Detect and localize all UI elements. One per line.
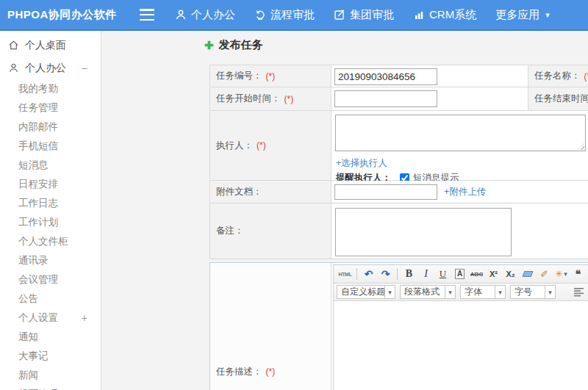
description-editor-cell: HTML ↶ ↷ B I U A ABC X² X₂ ✐	[331, 263, 588, 390]
nav-more-apps[interactable]: 更多应用 ▾	[495, 8, 550, 22]
align-left-icon[interactable]	[571, 285, 587, 300]
sidebar-item-mobile-sms[interactable]: 手机短信	[0, 137, 101, 156]
italic-button[interactable]: I	[418, 267, 434, 281]
sidebar-item-news[interactable]: 新闻	[0, 366, 101, 385]
required-mark: (*)	[266, 71, 276, 82]
start-time-cell	[331, 87, 528, 111]
caret-down-icon: ▾	[564, 270, 567, 278]
sidebar-item-contacts[interactable]: 通讯录	[0, 251, 101, 270]
remark-label: 备注：	[210, 203, 331, 259]
hamburger-icon[interactable]	[140, 9, 154, 21]
executor-textarea[interactable]	[335, 115, 586, 151]
blockquote-button[interactable]: ❝	[570, 267, 586, 281]
nav-personal-office[interactable]: 个人办公	[175, 8, 235, 22]
strikethrough-button[interactable]: ABC	[469, 267, 484, 281]
bar-chart-icon	[413, 9, 425, 21]
sidebar-item-my-attendance[interactable]: 我的考勤	[0, 79, 101, 98]
underline-button[interactable]: U	[435, 267, 451, 281]
format-brush-icon[interactable]: ✐	[537, 267, 552, 281]
sidebar-item-notice[interactable]: 通知	[0, 328, 101, 347]
sidebar-item-personal-office[interactable]: 个人办公 −	[0, 57, 101, 79]
sidebar-item-announcement[interactable]: 公告	[0, 289, 101, 308]
superscript-button[interactable]: X²	[486, 267, 501, 281]
caret-down-icon: ▾	[545, 10, 550, 20]
nav-label: 集团审批	[350, 8, 394, 22]
caret-down-icon: ▾	[545, 286, 555, 298]
editor-toolbar-row1: HTML ↶ ↷ B I U A ABC X² X₂ ✐	[334, 265, 588, 284]
user-icon	[8, 62, 19, 73]
sidebar-item-personal-settings[interactable]: 个人设置 +	[0, 308, 101, 328]
task-form: 任务编号：(*) 任务名称：(*) 任务开始时间：(*) 任务结束时间：(*) …	[209, 65, 588, 259]
nav-label: 个人办公	[191, 8, 235, 22]
task-number-input[interactable]	[334, 68, 437, 85]
collapse-icon[interactable]: −	[82, 62, 87, 74]
remark-textarea[interactable]	[335, 208, 512, 256]
separator	[356, 268, 357, 280]
choose-executor-link[interactable]: +选择执行人	[336, 157, 387, 170]
sidebar-item-meeting-management[interactable]: 会议管理	[0, 270, 101, 289]
paragraph-format-select[interactable]: 段落格式 ▾	[400, 285, 456, 299]
app-logo[interactable]: PHPOA协同办公软件	[0, 8, 110, 22]
eraser-icon[interactable]	[520, 267, 535, 281]
sidebar-item-personal-desktop[interactable]: 个人桌面	[0, 34, 101, 57]
sidebar-item-short-message[interactable]: 短消息	[0, 156, 101, 175]
sidebar-item-work-log[interactable]: 工作日志	[0, 194, 101, 213]
executor-cell: +选择执行人 提醒执行人： 短消息提示	[331, 111, 588, 181]
executor-label: 执行人：(*)	[210, 111, 331, 181]
sidebar-item-memorabilia[interactable]: 大事记	[0, 347, 101, 366]
auto-format-icon[interactable]: ✳ ▾	[553, 267, 569, 281]
custom-title-select[interactable]: 自定义标题 ▾	[337, 285, 395, 299]
home-icon	[8, 40, 19, 51]
required-mark: (*)	[257, 140, 266, 151]
font-size-select[interactable]: 字号 ▾	[510, 285, 556, 299]
sidebar-item-voting[interactable]: 投票管理	[0, 385, 101, 390]
sidebar-item-task-management[interactable]: 任务管理	[0, 98, 101, 118]
sidebar-item-work-plan[interactable]: 工作计划	[0, 213, 101, 232]
font-family-select[interactable]: 字体 ▾	[460, 285, 506, 299]
page-title-text: 发布任务	[219, 38, 263, 52]
nav-label: 更多应用	[495, 8, 539, 22]
start-time-label: 任务开始时间：(*)	[210, 87, 331, 111]
caret-down-icon: ▾	[495, 286, 505, 298]
attachment-upload-link[interactable]: +附件上传	[444, 186, 486, 198]
caret-down-icon: ▾	[445, 286, 455, 298]
description-label: 任务描述：(*)	[210, 263, 331, 390]
subscript-button[interactable]: X₂	[503, 267, 518, 281]
attachment-cell: +附件上传	[331, 181, 588, 203]
font-border-button[interactable]: A	[452, 267, 467, 281]
undo-button[interactable]: ↶	[361, 267, 376, 281]
nav-process-approval[interactable]: 流程审批	[254, 8, 315, 22]
task-number-label: 任务编号：(*)	[210, 65, 331, 87]
main-content: ✚ 发布任务 任务编号：(*) 任务名称：(*) 任务开始时间：(*) 任	[102, 31, 588, 390]
resize-handle[interactable]	[578, 143, 584, 150]
sidebar-item-personal-files[interactable]: 个人文件柜	[0, 232, 101, 251]
required-mark: (*)	[284, 94, 294, 104]
nav-label: CRM系统	[429, 8, 476, 22]
bold-button[interactable]: B	[401, 267, 417, 281]
app-window: PHPOA协同办公软件 个人办公 流程审批 集团审批	[0, 0, 588, 390]
nav-crm-system[interactable]: CRM系统	[413, 8, 476, 22]
separator	[397, 268, 398, 280]
editor-content-area[interactable]	[334, 301, 588, 390]
start-time-input[interactable]	[334, 90, 437, 107]
topbar: PHPOA协同办公软件 个人办公 流程审批 集团审批	[0, 0, 588, 31]
required-mark: (*)	[584, 71, 588, 82]
editor-toolbar-row2: 自定义标题 ▾ 段落格式 ▾ 字体 ▾ 字号 ▾	[334, 284, 588, 301]
caret-down-icon: ▾	[384, 286, 395, 298]
required-mark: (*)	[266, 366, 276, 377]
description-section: 任务描述：(*) HTML ↶ ↷ B I U A ABC	[209, 262, 588, 390]
nav-group-approval[interactable]: 集团审批	[334, 8, 394, 22]
attachment-input[interactable]	[334, 184, 437, 200]
process-approval-icon	[254, 9, 266, 21]
task-number-cell	[331, 65, 528, 87]
attachment-label: 附件文档：	[210, 181, 331, 203]
sidebar-item-internal-mail[interactable]: 内部邮件	[0, 118, 101, 137]
person-icon	[175, 9, 187, 21]
remark-cell	[331, 203, 588, 259]
redo-button[interactable]: ↷	[378, 267, 393, 281]
source-code-button[interactable]: HTML	[337, 267, 353, 281]
sidebar-item-schedule[interactable]: 日程安排	[0, 175, 101, 194]
expand-icon[interactable]: +	[82, 312, 87, 324]
top-navigation: 个人办公 流程审批 集团审批 CRM系统 更多应用	[175, 8, 569, 22]
sidebar: 个人桌面 个人办公 − 我的考勤 任务管理 内部邮件 手机短信 短消息 日程安排…	[0, 31, 101, 390]
